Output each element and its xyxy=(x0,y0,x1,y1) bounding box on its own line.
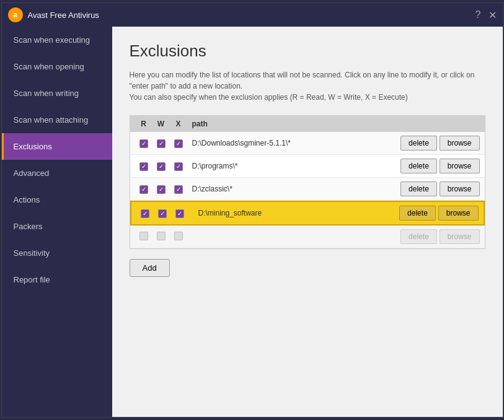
checkbox-cell-x: ✓ xyxy=(170,185,187,194)
row-actions: deletebrowse xyxy=(400,136,479,151)
checkbox-cell-r: ✓ xyxy=(136,209,154,218)
app-window: a Avast Free Antivirus ? ✕ Scan when exe… xyxy=(1,2,503,418)
checkbox-x[interactable]: ✓ xyxy=(175,209,184,218)
main-content: Scan when executingScan when openingScan… xyxy=(2,27,503,417)
sidebar-item-scan-opening[interactable]: Scan when opening xyxy=(2,53,112,80)
checkbox-cell-r xyxy=(135,232,153,242)
sidebar-item-exclusions[interactable]: Exclusions xyxy=(2,133,112,160)
checkbox-cell-r: ✓ xyxy=(135,162,153,171)
sidebar-item-advanced[interactable]: Advanced xyxy=(2,160,112,186)
sidebar-item-scan-executing[interactable]: Scan when executing xyxy=(2,27,112,53)
checkbox-w[interactable]: ✓ xyxy=(157,139,166,148)
checkbox-r[interactable] xyxy=(139,232,148,240)
checkbox-cell-x: ✓ xyxy=(170,139,187,148)
close-button[interactable]: ✕ xyxy=(489,9,497,21)
checkbox-r[interactable]: ✓ xyxy=(139,185,148,194)
sidebar-item-scan-writing[interactable]: Scan when writing xyxy=(2,80,112,107)
row-actions: deletebrowse xyxy=(400,229,479,244)
sidebar-item-sensitivity[interactable]: Sensitivity xyxy=(2,240,112,266)
row-actions: deletebrowse xyxy=(400,159,479,173)
checkbox-cell-w: ✓ xyxy=(153,162,170,171)
delete-button[interactable]: delete xyxy=(400,136,437,151)
sidebar: Scan when executingScan when openingScan… xyxy=(2,27,112,417)
path-input[interactable] xyxy=(198,209,291,217)
header-path: path xyxy=(187,120,480,128)
description-1: Here you can modify the list of location… xyxy=(130,69,485,103)
content-area: Exclusions Here you can modify the list … xyxy=(112,27,503,417)
checkbox-cell-w: ✓ xyxy=(153,139,170,148)
table-row[interactable]: ✓✓✓D:\programs\*deletebrowse xyxy=(130,155,485,178)
sidebar-item-report-file[interactable]: Report file xyxy=(2,266,112,293)
path-cell xyxy=(188,209,395,217)
checkbox-w[interactable]: ✓ xyxy=(157,185,166,194)
sidebar-item-scan-attaching[interactable]: Scan when attaching xyxy=(2,107,112,133)
checkbox-w[interactable]: ✓ xyxy=(157,162,166,171)
checkbox-cell-r: ✓ xyxy=(135,139,153,148)
checkbox-cell-w xyxy=(153,232,170,242)
checkbox-cell-w: ✓ xyxy=(154,209,171,218)
exclusions-table: R W X path ✓✓✓D:\Downloads\sgminer-5.1.1… xyxy=(130,115,485,249)
delete-button[interactable]: delete xyxy=(400,182,437,196)
add-button[interactable]: Add xyxy=(130,259,170,277)
checkbox-r[interactable]: ✓ xyxy=(139,139,148,148)
window-controls: ? ✕ xyxy=(475,9,497,21)
checkbox-x[interactable]: ✓ xyxy=(174,139,183,148)
sidebar-item-packers[interactable]: Packers xyxy=(2,213,112,240)
page-title: Exclusions xyxy=(130,42,485,61)
checkbox-x[interactable]: ✓ xyxy=(174,185,183,194)
browse-button: browse xyxy=(440,229,480,244)
header-w: W xyxy=(153,120,170,128)
app-title: Avast Free Antivirus xyxy=(28,11,475,20)
checkbox-x[interactable] xyxy=(174,232,183,240)
checkbox-cell-w: ✓ xyxy=(153,185,170,194)
checkbox-r[interactable]: ✓ xyxy=(139,162,148,171)
browse-button[interactable]: browse xyxy=(440,182,480,196)
table-header: R W X path xyxy=(130,116,485,132)
path-cell: D:\Downloads\sgminer-5.1.1\* xyxy=(187,139,396,147)
table-row[interactable]: ✓✓✓D:\zclassic\*deletebrowse xyxy=(130,178,485,201)
title-bar: a Avast Free Antivirus ? ✕ xyxy=(2,3,503,27)
row-actions: deletebrowse xyxy=(400,182,479,196)
browse-button[interactable]: browse xyxy=(440,136,480,151)
help-button[interactable]: ? xyxy=(475,9,481,21)
header-x: X xyxy=(170,120,187,128)
browse-button[interactable]: browse xyxy=(438,206,479,221)
row-actions: deletebrowse xyxy=(399,206,478,221)
delete-button: delete xyxy=(400,229,437,244)
checkbox-w[interactable]: ✓ xyxy=(158,209,167,218)
checkbox-cell-x: ✓ xyxy=(171,209,188,218)
path-cell: D:\zclassic\* xyxy=(187,185,396,193)
header-r: R xyxy=(135,120,153,128)
checkbox-cell-x xyxy=(170,232,187,242)
sidebar-item-actions[interactable]: Actions xyxy=(2,186,112,213)
table-row[interactable]: deletebrowse xyxy=(130,225,485,248)
checkbox-cell-x: ✓ xyxy=(170,162,187,171)
checkbox-r[interactable]: ✓ xyxy=(141,209,149,218)
table-row[interactable]: ✓✓✓deletebrowse xyxy=(130,201,485,225)
browse-button[interactable]: browse xyxy=(440,159,480,173)
checkbox-x[interactable]: ✓ xyxy=(174,162,183,171)
app-logo: a xyxy=(8,7,23,22)
delete-button[interactable]: delete xyxy=(400,159,437,173)
table-row[interactable]: ✓✓✓D:\Downloads\sgminer-5.1.1\*deletebro… xyxy=(130,132,485,155)
path-cell: D:\programs\* xyxy=(187,162,396,170)
delete-button[interactable]: delete xyxy=(399,206,436,221)
checkbox-w[interactable] xyxy=(157,232,166,240)
checkbox-cell-r: ✓ xyxy=(135,185,153,194)
